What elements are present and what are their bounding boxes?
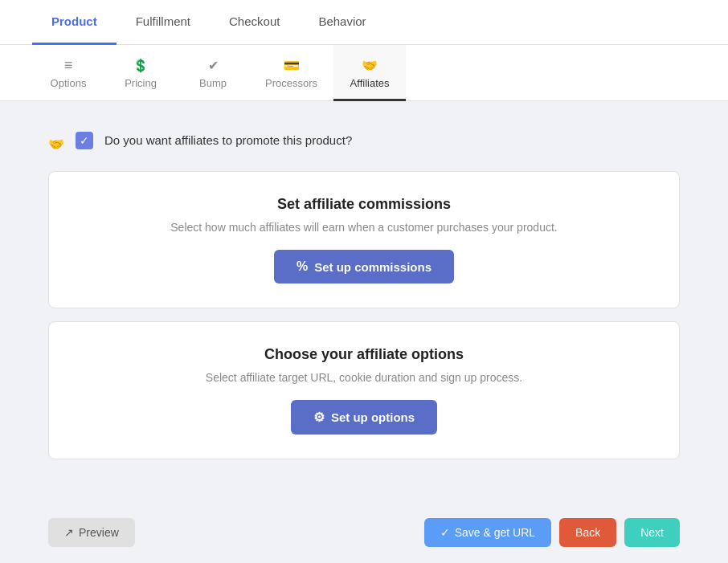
commissions-card-title: Set affiliate commissions [73,196,655,213]
affiliate-toggle-label: Do you want affiliates to promote this p… [104,133,352,147]
sub-nav-processors-label: Processors [265,77,317,89]
sub-nav-options[interactable]: Options [32,45,104,101]
pricing-icon [133,55,149,74]
set-up-options-button[interactable]: Set up options [291,400,437,434]
top-nav-product-label: Product [51,14,97,28]
preview-button[interactable]: Preview [48,518,135,547]
options-card-title: Choose your affiliate options [73,346,655,363]
gear-icon [313,410,325,425]
save-label: Save & get URL [455,526,535,539]
affiliate-toggle-row: Do you want affiliates to promote this p… [48,125,680,155]
percent-icon [297,259,308,274]
next-button[interactable]: Next [624,518,680,547]
top-nav-fulfillment-label: Fulfillment [136,14,190,28]
options-button-label: Set up options [331,410,415,424]
top-nav: Product Fulfillment Checkout Behavior [0,0,728,45]
save-get-url-button[interactable]: Save & get URL [424,518,551,547]
main-content: Do you want affiliates to promote this p… [0,101,728,496]
top-nav-fulfillment[interactable]: Fulfillment [117,0,210,45]
bump-icon [208,55,219,74]
sliders-icon [64,55,73,74]
top-nav-behavior[interactable]: Behavior [299,0,385,45]
set-up-commissions-button[interactable]: Set up commissions [274,250,454,284]
top-nav-checkout[interactable]: Checkout [210,0,299,45]
footer-right-buttons: Save & get URL Back Next [424,518,680,547]
sub-nav: Options Pricing Bump Processors Affiliat… [0,45,728,101]
sub-nav-affiliates-label: Affiliates [350,77,390,89]
processors-icon [284,55,300,74]
sub-nav-pricing[interactable]: Pricing [104,45,177,101]
commissions-card-description: Select how much affiliates will earn whe… [73,221,655,234]
sub-nav-options-label: Options [51,77,87,89]
check-icon [80,134,89,147]
top-nav-product[interactable]: Product [32,0,117,45]
affiliates-icon [362,55,378,74]
sub-nav-bump[interactable]: Bump [177,45,249,101]
next-label: Next [640,526,664,539]
sub-nav-affiliates[interactable]: Affiliates [333,45,406,101]
top-nav-behavior-label: Behavior [318,14,366,28]
commissions-card: Set affiliate commissions Select how muc… [48,171,680,308]
commissions-button-label: Set up commissions [314,260,431,274]
affiliate-checkbox[interactable] [76,132,93,149]
back-button[interactable]: Back [559,518,616,547]
external-icon [64,526,74,539]
footer: Preview Save & get URL Back Next [0,502,728,563]
options-card: Choose your affiliate options Select aff… [48,321,680,459]
save-check-icon [440,526,450,539]
preview-label: Preview [79,526,119,539]
back-label: Back [575,526,600,539]
options-card-description: Select affiliate target URL, cookie dura… [73,371,655,384]
sub-nav-pricing-label: Pricing [125,77,157,89]
top-nav-checkout-label: Checkout [229,14,280,28]
affiliate-header-icon [48,125,64,155]
sub-nav-bump-label: Bump [199,77,227,89]
sub-nav-processors[interactable]: Processors [249,45,333,101]
